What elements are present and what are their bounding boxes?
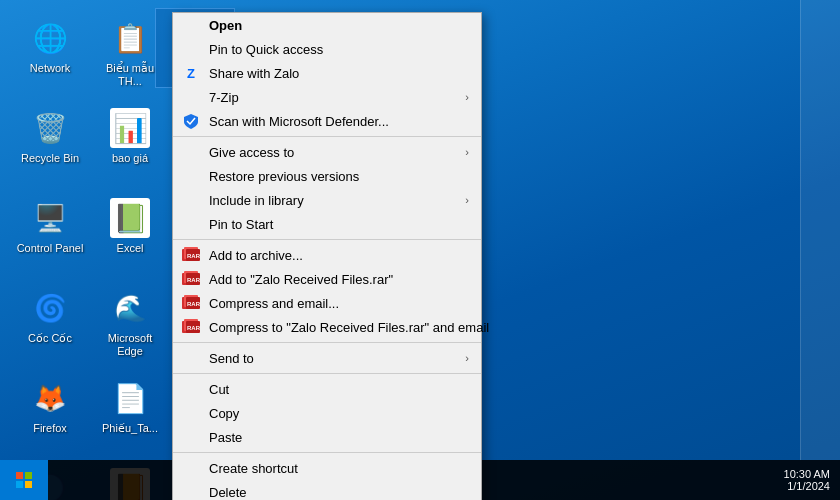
recycle-bin-label: Recycle Bin: [21, 152, 79, 165]
taskbar-time: 10:30 AM: [784, 468, 830, 480]
separator-4: [173, 373, 481, 374]
menu-item-send-to[interactable]: Send to ›: [173, 346, 481, 370]
control-panel-label: Control Panel: [17, 242, 84, 255]
control-panel-icon: 🖥️: [30, 198, 70, 238]
svg-rect-24: [25, 481, 32, 488]
zalo-icon: Z: [181, 63, 201, 83]
right-decorative-panel: [800, 0, 840, 460]
svg-rect-23: [16, 481, 23, 488]
arrow-icon-4: ›: [465, 352, 469, 364]
menu-item-create-shortcut[interactable]: Create shortcut: [173, 456, 481, 480]
defender-icon: [181, 111, 201, 131]
menu-item-delete-label: Delete: [209, 485, 247, 500]
desktop-icon-control-panel[interactable]: 🖥️ Control Panel: [10, 190, 90, 280]
menu-item-copy[interactable]: Copy: [173, 401, 481, 425]
rar-icon-3: RAR: [181, 293, 201, 313]
menu-item-pin-quick-access-label: Pin to Quick access: [209, 42, 323, 57]
menu-item-cut[interactable]: Cut: [173, 377, 481, 401]
menu-item-copy-label: Copy: [209, 406, 239, 421]
rar-icon-2: RAR: [181, 269, 201, 289]
desktop-icon-phieu-ta[interactable]: 📄 Phiếu_Ta...: [90, 370, 170, 460]
taskbar-clock: 10:30 AM 1/1/2024: [784, 468, 840, 492]
menu-item-add-archive-label: Add to archive...: [209, 248, 303, 263]
menu-item-7zip-label: 7-Zip: [209, 90, 239, 105]
menu-item-scan-defender-label: Scan with Microsoft Defender...: [209, 114, 389, 129]
svg-text:RAR: RAR: [187, 301, 200, 307]
menu-item-add-zalo-rar-label: Add to "Zalo Received Files.rar": [209, 272, 393, 287]
taskbar-date: 1/1/2024: [787, 480, 830, 492]
menu-item-give-access[interactable]: Give access to ›: [173, 140, 481, 164]
menu-item-paste[interactable]: Paste: [173, 425, 481, 449]
arrow-icon-3: ›: [465, 194, 469, 206]
phieu-ta-label: Phiếu_Ta...: [102, 422, 158, 435]
menu-item-create-shortcut-label: Create shortcut: [209, 461, 298, 476]
rar-icon-4: RAR: [181, 317, 201, 337]
recycle-bin-icon: 🗑️: [30, 108, 70, 148]
menu-item-cut-label: Cut: [209, 382, 229, 397]
menu-item-compress-zalo-email-label: Compress to "Zalo Received Files.rar" an…: [209, 320, 489, 335]
arrow-icon: ›: [465, 91, 469, 103]
network-label: Network: [30, 62, 70, 75]
bieu-mau-icon: 📋: [110, 18, 150, 58]
menu-item-7zip[interactable]: 7-Zip ›: [173, 85, 481, 109]
svg-rect-21: [16, 472, 23, 479]
excel-icon: 📗: [110, 198, 150, 238]
desktop-icon-microsoft-edge[interactable]: 🌊 Microsoft Edge: [90, 280, 170, 370]
context-menu: Open Pin to Quick access Z Share with Za…: [172, 12, 482, 500]
bao-gia-label: bao giá: [112, 152, 148, 165]
start-button[interactable]: [0, 460, 48, 500]
windows-logo-icon: [16, 472, 32, 488]
svg-rect-22: [25, 472, 32, 479]
desktop-icons-container: 🌐 Network 📋 Biểu mẫu TH... 🗑️ Recycle Bi…: [10, 10, 170, 500]
microsoft-edge-icon: 🌊: [110, 288, 150, 328]
menu-item-add-zalo-rar[interactable]: RAR Add to "Zalo Received Files.rar": [173, 267, 481, 291]
menu-item-add-archive[interactable]: RAR Add to archive...: [173, 243, 481, 267]
menu-item-restore-versions[interactable]: Restore previous versions: [173, 164, 481, 188]
menu-item-restore-versions-label: Restore previous versions: [209, 169, 359, 184]
desktop-icon-bao-gia[interactable]: 📊 bao giá: [90, 100, 170, 190]
menu-item-pin-start[interactable]: Pin to Start: [173, 212, 481, 236]
menu-item-delete[interactable]: Delete: [173, 480, 481, 500]
menu-item-include-library[interactable]: Include in library ›: [173, 188, 481, 212]
coc-coc-label: Cốc Cốc: [28, 332, 72, 345]
separator-1: [173, 136, 481, 137]
desktop-icon-firefox[interactable]: 🦊 Firefox: [10, 370, 90, 460]
menu-item-open-label: Open: [209, 18, 242, 33]
phieu-ta-icon: 📄: [110, 378, 150, 418]
menu-item-compress-zalo-email[interactable]: RAR Compress to "Zalo Received Files.rar…: [173, 315, 481, 339]
desktop-icon-excel[interactable]: 📗 Excel: [90, 190, 170, 280]
desktop-icon-network[interactable]: 🌐 Network: [10, 10, 90, 100]
menu-item-paste-label: Paste: [209, 430, 242, 445]
svg-text:RAR: RAR: [187, 325, 200, 331]
desktop-icon-recycle-bin[interactable]: 🗑️ Recycle Bin: [10, 100, 90, 190]
microsoft-edge-label: Microsoft Edge: [94, 332, 166, 358]
arrow-icon-2: ›: [465, 146, 469, 158]
desktop: 🌐 Network 📋 Biểu mẫu TH... 🗑️ Recycle Bi…: [0, 0, 840, 500]
separator-5: [173, 452, 481, 453]
menu-item-send-to-label: Send to: [209, 351, 254, 366]
menu-item-pin-quick-access[interactable]: Pin to Quick access: [173, 37, 481, 61]
svg-text:RAR: RAR: [187, 253, 200, 259]
firefox-label: Firefox: [33, 422, 67, 435]
excel-label: Excel: [117, 242, 144, 255]
menu-item-share-zalo[interactable]: Z Share with Zalo: [173, 61, 481, 85]
separator-2: [173, 239, 481, 240]
rar-icon-1: RAR: [181, 245, 201, 265]
firefox-icon: 🦊: [30, 378, 70, 418]
menu-item-give-access-label: Give access to: [209, 145, 294, 160]
coc-coc-icon: 🌀: [30, 288, 70, 328]
menu-item-pin-start-label: Pin to Start: [209, 217, 273, 232]
menu-item-open[interactable]: Open: [173, 13, 481, 37]
bao-gia-icon: 📊: [110, 108, 150, 148]
network-icon: 🌐: [30, 18, 70, 58]
menu-item-include-library-label: Include in library: [209, 193, 304, 208]
svg-text:RAR: RAR: [187, 277, 200, 283]
menu-item-scan-defender[interactable]: Scan with Microsoft Defender...: [173, 109, 481, 133]
separator-3: [173, 342, 481, 343]
menu-item-compress-email-label: Compress and email...: [209, 296, 339, 311]
menu-item-compress-email[interactable]: RAR Compress and email...: [173, 291, 481, 315]
desktop-icon-coc-coc[interactable]: 🌀 Cốc Cốc: [10, 280, 90, 370]
menu-item-share-zalo-label: Share with Zalo: [209, 66, 299, 81]
